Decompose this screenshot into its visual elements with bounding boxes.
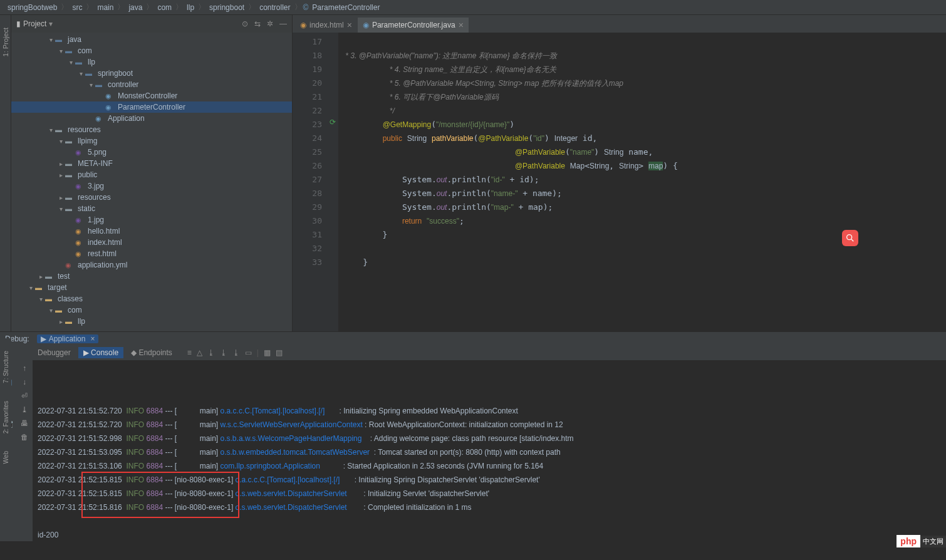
project-tree[interactable]: ▾▬java▾▬com▾▬llp▾▬springboot▾▬controller…: [11, 33, 292, 331]
console-tab[interactable]: ▶ Console: [78, 347, 123, 358]
tree-item[interactable]: ◉3.jpg: [11, 180, 292, 192]
bread-2[interactable]: main: [95, 3, 116, 12]
tree-item[interactable]: ▸▬public: [11, 169, 292, 180]
down3-icon[interactable]: ⭳: [232, 348, 240, 357]
tree-item[interactable]: ◉index.html: [11, 237, 292, 248]
editor-tab[interactable]: ◉index.html×: [295, 18, 357, 33]
tree-item[interactable]: ▾▬llp: [11, 56, 292, 68]
clear-icon[interactable]: 🗑: [21, 433, 28, 442]
tree-item[interactable]: ▾▬controller: [11, 79, 292, 90]
locate-icon[interactable]: ⊙: [242, 19, 248, 28]
down1-icon[interactable]: ⭳: [207, 348, 215, 357]
endpoints-tab[interactable]: ◆ Endpoints: [126, 347, 177, 358]
watermark: php 中文网: [897, 535, 946, 547]
svg-line-1: [851, 239, 853, 241]
print-icon[interactable]: 🖶: [21, 419, 28, 428]
close-icon[interactable]: ×: [459, 20, 464, 30]
close-icon[interactable]: ×: [347, 20, 352, 30]
filter-icon[interactable]: ≡: [187, 348, 192, 357]
run-mark-icon[interactable]: ⟳: [327, 118, 338, 132]
tree-item[interactable]: ▾▬resources: [11, 124, 292, 135]
debug-toolbar: Debug: ▶ Application ×: [0, 331, 946, 345]
down2-icon[interactable]: ⭳: [220, 348, 227, 357]
console-left-rail: ↑ ↓ ⏎ ⤓ 🖶 🗑: [16, 360, 33, 541]
tree-item[interactable]: ▾▬com: [11, 45, 292, 56]
tree-item[interactable]: ▾▬llpimg: [11, 135, 292, 147]
editor-area: ◉index.html×◉ParameterController.java× 1…: [293, 15, 946, 331]
tree-item[interactable]: ◉5.png: [11, 147, 292, 158]
wrap-icon[interactable]: ⏎: [21, 391, 28, 400]
left-bottom-rail: 7: Structure 2: Favorites Web: [0, 338, 11, 526]
gear-icon[interactable]: ✲: [267, 19, 273, 28]
layout-icon[interactable]: ▦: [264, 348, 271, 357]
tree-item[interactable]: ▾▬springboot: [11, 68, 292, 79]
tree-item[interactable]: ◉rest.html: [11, 248, 292, 259]
minimize-icon[interactable]: —: [279, 19, 287, 28]
tree-item[interactable]: ▸▬META-INF: [11, 158, 292, 169]
gutter-marks: ⟳: [327, 33, 338, 331]
code-area: 1718192021222324252627282930313233 ⟳ * 3…: [293, 33, 946, 331]
rail-web[interactable]: Web: [3, 451, 9, 464]
bread-3[interactable]: java: [126, 3, 145, 12]
tree-item[interactable]: ▾▬target: [11, 282, 292, 293]
tree-item[interactable]: ◉hello.html: [11, 226, 292, 237]
bread-1[interactable]: src: [70, 3, 85, 12]
comment-line: * 6. 可以看下@PathVariable源码: [387, 93, 498, 101]
debugger-tab[interactable]: Debugger: [33, 347, 76, 358]
tree-item[interactable]: ◉1.jpg: [11, 214, 292, 226]
debug-config-tab[interactable]: ▶ Application ×: [37, 334, 99, 343]
cn-logo: 中文网: [920, 536, 946, 547]
tree-item[interactable]: ◉ParameterController: [11, 101, 292, 113]
expand-icon[interactable]: ⇆: [254, 19, 261, 28]
tree-item[interactable]: ▸▬llp: [11, 316, 292, 327]
tree-item[interactable]: ◉MonsterController: [11, 90, 292, 101]
scroll-icon[interactable]: ⤓: [21, 405, 28, 414]
tree-item[interactable]: ▾▬com: [11, 304, 292, 316]
code-text[interactable]: * 3. @PathVariable("name"): 这里name 和{nam…: [338, 33, 946, 331]
project-header: ▮Project ▾ ⊙ ⇆ ✲ —: [11, 15, 292, 33]
line-gutter: 1718192021222324252627282930313233: [293, 33, 327, 331]
php-logo: php: [897, 535, 920, 547]
editor-tabs: ◉index.html×◉ParameterController.java×: [293, 15, 946, 33]
calc-icon[interactable]: ▭: [245, 348, 252, 357]
tree-item[interactable]: ▾▬java: [11, 34, 292, 45]
class-icon: ©: [303, 3, 309, 12]
tree-item[interactable]: ◉application.yml: [11, 259, 292, 271]
editor-tab[interactable]: ◉ParameterController.java×: [358, 18, 469, 33]
arrow-down-icon[interactable]: ↓: [23, 378, 26, 386]
project-icon: ▮: [16, 19, 21, 28]
comment-line: * 5. @PathVariable Map<String, String> m…: [387, 79, 623, 88]
rail-project[interactable]: 1: Project: [2, 28, 9, 56]
search-button[interactable]: [842, 230, 858, 246]
tree-item[interactable]: ▾▬classes: [11, 293, 292, 304]
up-icon[interactable]: △: [197, 348, 202, 357]
bread-0[interactable]: springBootweb: [5, 3, 60, 12]
tree-item[interactable]: ▸▬test: [11, 271, 292, 282]
project-panel: ▮Project ▾ ⊙ ⇆ ✲ — ▾▬java▾▬com▾▬llp▾▬spr…: [11, 15, 293, 331]
project-title: Project: [23, 19, 46, 28]
tree-item[interactable]: ▸▬resources: [11, 192, 292, 203]
tree-item[interactable]: ▾▬static: [11, 203, 292, 214]
comment-line: * 4. String name_ 这里自定义，和{name}命名无关: [387, 65, 556, 74]
arrow-up-icon[interactable]: ↑: [23, 364, 26, 373]
bread-6[interactable]: springboot: [207, 3, 247, 12]
comment-line: * 3. @PathVariable("name"): 这里name 和{nam…: [343, 51, 557, 60]
bread-4[interactable]: com: [155, 3, 174, 12]
breadcrumb: springBootweb〉 src〉 main〉 java〉 com〉 llp…: [0, 0, 946, 15]
rail-structure[interactable]: 7: Structure: [3, 351, 9, 383]
svg-point-0: [847, 235, 852, 240]
bread-8[interactable]: ParameterController: [309, 3, 382, 12]
console-output[interactable]: 2022-07-31 21:51:52.720 INFO 6884 --- [ …: [33, 360, 946, 541]
highlight-box: [81, 472, 239, 518]
layout2-icon[interactable]: ▤: [276, 348, 283, 357]
left-tool-rail: 1: Project: [0, 15, 11, 331]
bread-7[interactable]: controller: [257, 3, 293, 12]
rail-favorites[interactable]: 2: Favorites: [3, 401, 9, 433]
comment-line: */: [387, 106, 394, 115]
bread-5[interactable]: llp: [184, 3, 197, 12]
tree-item[interactable]: ◉Application: [11, 113, 292, 124]
debug-subtabs: Debugger ▶ Console ◆ Endpoints ≡ △ ⭳ ⭳ ⭳…: [0, 345, 946, 360]
